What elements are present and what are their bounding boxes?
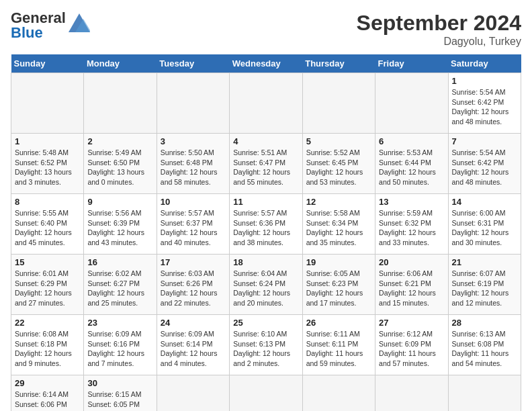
calendar-cell: 8Sunrise: 5:55 AMSunset: 6:40 PMDaylight… <box>11 194 84 255</box>
logo-blue: Blue <box>11 24 43 41</box>
calendar-cell: 12Sunrise: 5:58 AMSunset: 6:34 PMDayligh… <box>302 194 375 255</box>
day-number: 13 <box>379 197 444 207</box>
day-number: 7 <box>452 136 517 146</box>
day-number: 30 <box>87 378 152 388</box>
day-detail: Sunrise: 6:08 AMSunset: 6:18 PMDaylight:… <box>15 329 80 369</box>
day-detail: Sunrise: 5:57 AMSunset: 6:36 PMDaylight:… <box>233 208 298 248</box>
day-number: 12 <box>306 197 371 207</box>
calendar-cell: 28Sunrise: 6:13 AMSunset: 6:08 PMDayligh… <box>448 315 521 375</box>
day-detail: Sunrise: 5:57 AMSunset: 6:37 PMDaylight:… <box>161 208 226 248</box>
day-detail: Sunrise: 6:00 AMSunset: 6:31 PMDaylight:… <box>452 208 517 248</box>
calendar-week-6: 29Sunrise: 6:14 AMSunset: 6:06 PMDayligh… <box>11 375 521 412</box>
day-number: 29 <box>15 378 80 388</box>
calendar-cell: 26Sunrise: 6:11 AMSunset: 6:11 PMDayligh… <box>302 315 375 375</box>
day-number: 16 <box>87 257 152 267</box>
header-sunday: Sunday <box>11 54 84 73</box>
calendar-week-4: 15Sunrise: 6:01 AMSunset: 6:29 PMDayligh… <box>11 255 521 315</box>
header-tuesday: Tuesday <box>157 54 229 73</box>
day-number: 19 <box>306 257 371 267</box>
calendar-cell: 30Sunrise: 6:15 AMSunset: 6:05 PMDayligh… <box>84 375 157 412</box>
calendar-header-row: SundayMondayTuesdayWednesdayThursdayFrid… <box>11 54 521 73</box>
calendar-week-5: 22Sunrise: 6:08 AMSunset: 6:18 PMDayligh… <box>11 315 521 375</box>
day-detail: Sunrise: 6:09 AMSunset: 6:14 PMDaylight:… <box>161 329 226 369</box>
day-number: 28 <box>452 318 517 328</box>
calendar-cell: 13Sunrise: 5:59 AMSunset: 6:32 PMDayligh… <box>375 194 448 255</box>
day-detail: Sunrise: 6:09 AMSunset: 6:16 PMDaylight:… <box>87 329 152 369</box>
day-detail: Sunrise: 5:56 AMSunset: 6:39 PMDaylight:… <box>87 208 152 248</box>
calendar-cell: 21Sunrise: 6:07 AMSunset: 6:19 PMDayligh… <box>448 255 521 315</box>
calendar-cell <box>157 375 229 412</box>
day-detail: Sunrise: 5:51 AMSunset: 6:47 PMDaylight:… <box>233 148 298 187</box>
header-thursday: Thursday <box>302 54 375 73</box>
day-detail: Sunrise: 6:14 AMSunset: 6:06 PMDaylight:… <box>15 390 80 411</box>
day-number: 2 <box>87 136 152 146</box>
day-detail: Sunrise: 6:04 AMSunset: 6:24 PMDaylight:… <box>233 269 298 308</box>
calendar-week-1: 1Sunrise: 5:54 AMSunset: 6:42 PMDaylight… <box>11 73 521 134</box>
header-monday: Monday <box>84 54 157 73</box>
calendar-cell: 7Sunrise: 5:54 AMSunset: 6:42 PMDaylight… <box>448 134 521 194</box>
day-number: 18 <box>233 257 298 267</box>
calendar-week-2: 1Sunrise: 5:48 AMSunset: 6:52 PMDaylight… <box>11 134 521 194</box>
header-wednesday: Wednesday <box>230 54 302 73</box>
day-detail: Sunrise: 5:54 AMSunset: 6:42 PMDaylight:… <box>452 148 517 187</box>
day-detail: Sunrise: 6:12 AMSunset: 6:09 PMDaylight:… <box>379 329 444 369</box>
calendar-cell: 1Sunrise: 5:54 AMSunset: 6:42 PMDaylight… <box>448 73 521 134</box>
calendar-cell: 11Sunrise: 5:57 AMSunset: 6:36 PMDayligh… <box>230 194 302 255</box>
day-detail: Sunrise: 5:48 AMSunset: 6:52 PMDaylight:… <box>15 148 80 187</box>
day-number: 6 <box>379 136 444 146</box>
calendar-cell <box>11 73 84 134</box>
day-detail: Sunrise: 5:55 AMSunset: 6:40 PMDaylight:… <box>15 208 80 248</box>
day-number: 10 <box>161 197 226 207</box>
calendar-cell <box>157 73 229 134</box>
calendar-week-3: 8Sunrise: 5:55 AMSunset: 6:40 PMDaylight… <box>11 194 521 255</box>
day-number: 25 <box>233 318 298 328</box>
header-saturday: Saturday <box>448 54 521 73</box>
day-number: 11 <box>233 197 298 207</box>
logo: General Blue <box>11 11 90 40</box>
day-number: 4 <box>233 136 298 146</box>
day-detail: Sunrise: 6:07 AMSunset: 6:19 PMDaylight:… <box>452 269 517 308</box>
day-detail: Sunrise: 6:06 AMSunset: 6:21 PMDaylight:… <box>379 269 444 308</box>
day-detail: Sunrise: 6:05 AMSunset: 6:23 PMDaylight:… <box>306 269 371 308</box>
day-detail: Sunrise: 5:58 AMSunset: 6:34 PMDaylight:… <box>306 208 371 248</box>
calendar-cell: 9Sunrise: 5:56 AMSunset: 6:39 PMDaylight… <box>84 194 157 255</box>
calendar-cell <box>230 375 302 412</box>
day-detail: Sunrise: 5:53 AMSunset: 6:44 PMDaylight:… <box>379 148 444 187</box>
calendar-cell: 29Sunrise: 6:14 AMSunset: 6:06 PMDayligh… <box>11 375 84 412</box>
day-detail: Sunrise: 6:02 AMSunset: 6:27 PMDaylight:… <box>87 269 152 308</box>
calendar-cell <box>302 73 375 134</box>
day-detail: Sunrise: 5:52 AMSunset: 6:45 PMDaylight:… <box>306 148 371 187</box>
day-number: 27 <box>379 318 444 328</box>
day-number: 21 <box>452 257 517 267</box>
day-detail: Sunrise: 6:03 AMSunset: 6:26 PMDaylight:… <box>161 269 226 308</box>
title-block: September 2024 Dagyolu, Turkey <box>357 11 521 48</box>
day-number: 1 <box>452 76 517 86</box>
calendar-cell: 20Sunrise: 6:06 AMSunset: 6:21 PMDayligh… <box>375 255 448 315</box>
calendar-cell: 5Sunrise: 5:52 AMSunset: 6:45 PMDaylight… <box>302 134 375 194</box>
calendar-cell <box>230 73 302 134</box>
day-number: 26 <box>306 318 371 328</box>
day-number: 20 <box>379 257 444 267</box>
day-number: 9 <box>87 197 152 207</box>
day-detail: Sunrise: 5:49 AMSunset: 6:50 PMDaylight:… <box>87 148 152 187</box>
calendar-cell <box>448 375 521 412</box>
calendar-cell: 23Sunrise: 6:09 AMSunset: 6:16 PMDayligh… <box>84 315 157 375</box>
day-detail: Sunrise: 5:54 AMSunset: 6:42 PMDaylight:… <box>452 87 517 127</box>
calendar-cell: 18Sunrise: 6:04 AMSunset: 6:24 PMDayligh… <box>230 255 302 315</box>
day-number: 1 <box>15 136 80 146</box>
logo-text: General Blue <box>11 11 66 40</box>
calendar-cell: 14Sunrise: 6:00 AMSunset: 6:31 PMDayligh… <box>448 194 521 255</box>
header-friday: Friday <box>375 54 448 73</box>
calendar-cell: 22Sunrise: 6:08 AMSunset: 6:18 PMDayligh… <box>11 315 84 375</box>
day-detail: Sunrise: 6:15 AMSunset: 6:05 PMDaylight:… <box>87 390 152 411</box>
calendar-cell: 24Sunrise: 6:09 AMSunset: 6:14 PMDayligh… <box>157 315 229 375</box>
calendar-cell: 10Sunrise: 5:57 AMSunset: 6:37 PMDayligh… <box>157 194 229 255</box>
day-detail: Sunrise: 6:10 AMSunset: 6:13 PMDaylight:… <box>233 329 298 369</box>
calendar-cell: 19Sunrise: 6:05 AMSunset: 6:23 PMDayligh… <box>302 255 375 315</box>
month-title: September 2024 <box>357 11 521 36</box>
day-detail: Sunrise: 6:13 AMSunset: 6:08 PMDaylight:… <box>452 329 517 369</box>
calendar-cell: 3Sunrise: 5:50 AMSunset: 6:48 PMDaylight… <box>157 134 229 194</box>
day-number: 17 <box>161 257 226 267</box>
calendar-cell <box>375 375 448 412</box>
calendar-cell: 25Sunrise: 6:10 AMSunset: 6:13 PMDayligh… <box>230 315 302 375</box>
